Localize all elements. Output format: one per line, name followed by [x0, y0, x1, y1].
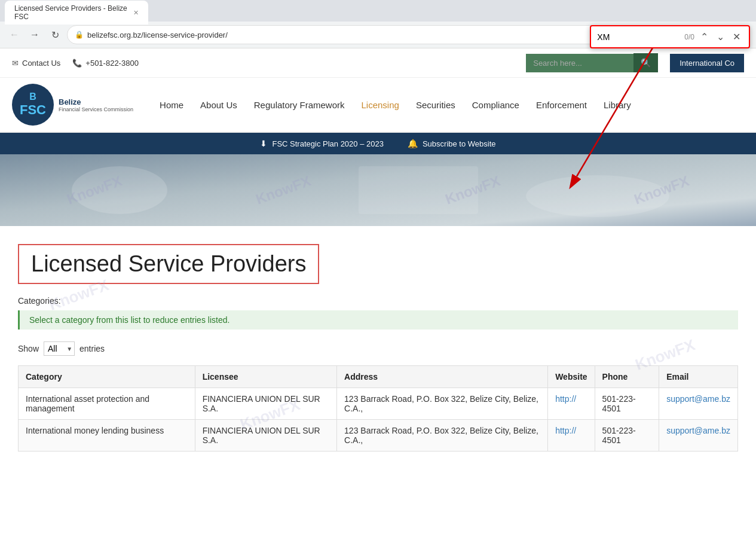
strategic-plan-label: FSC Strategic Plan 2020 – 2023 [272, 139, 383, 148]
envelope-icon: ✉ [12, 59, 19, 68]
nav-home[interactable]: Home [151, 88, 192, 122]
top-bar: ✉ Contact Us 📞 +501-822-3800 🔍 Internati… [0, 48, 756, 78]
show-label: Show [18, 344, 39, 353]
hero-image: KnowFX KnowFX KnowFX KnowFX [0, 154, 756, 226]
tab-title: Licensed Service Providers - Belize FSC [14, 4, 128, 21]
forward-button[interactable]: → [26, 26, 43, 43]
svg-rect-4 [359, 166, 478, 214]
lock-icon: 🔒 [75, 30, 84, 39]
nav-about-us[interactable]: About Us [192, 88, 246, 122]
cell-category: International asset protection and manag… [19, 388, 195, 420]
browser-tab[interactable]: Licensed Service Providers - Belize FSC … [5, 1, 148, 25]
phone-icon: 📞 [72, 59, 82, 68]
entries-select[interactable]: All 10 25 50 100 [44, 341, 75, 356]
categories-hint-text: Select a category from this list to redu… [29, 315, 229, 325]
back-button[interactable]: ← [6, 26, 23, 43]
cell-website[interactable]: http:// [548, 388, 595, 420]
svg-point-3 [72, 166, 167, 214]
cell-licensee: FINANCIERA UNION DEL SUR S.A. [195, 388, 336, 420]
col-header-email: Email [659, 366, 738, 388]
cell-email[interactable]: support@ame.bz [659, 388, 738, 420]
find-bar: XM 0/0 ⌃ ⌄ ✕ [590, 25, 750, 48]
col-header-address: Address [337, 366, 548, 388]
col-header-phone: Phone [595, 366, 659, 388]
nav-enforcement[interactable]: Enforcement [528, 88, 595, 122]
col-header-website: Website [548, 366, 595, 388]
logo[interactable]: B FSC Belize Financial Services Commissi… [12, 78, 133, 132]
subscribe-label: Subscribe to Website [423, 139, 496, 148]
categories-label: Categories: [18, 296, 738, 306]
col-header-licensee: Licensee [195, 366, 336, 388]
cell-phone: 501-223-4501 [595, 420, 659, 451]
find-input[interactable]: XM [597, 32, 681, 42]
categories-hint: Select a category from this list to redu… [18, 310, 738, 330]
international-button[interactable]: International Co [670, 54, 744, 72]
strategic-plan-link[interactable]: ⬇ FSC Strategic Plan 2020 – 2023 [260, 139, 383, 148]
nav-regulatory[interactable]: Regulatory Framework [246, 88, 353, 122]
tab-close-icon[interactable]: ✕ [133, 9, 139, 17]
service-providers-table: Category Licensee Address Website Phone … [18, 365, 738, 451]
table-row: International asset protection and manag… [19, 388, 738, 420]
main-nav: B FSC Belize Financial Services Commissi… [0, 78, 756, 133]
page-title: Licensed Service Providers [31, 251, 306, 277]
search-button[interactable]: 🔍 [633, 53, 658, 72]
cell-address: 123 Barrack Road, P.O. Box 322, Belize C… [337, 388, 548, 420]
cell-website[interactable]: http:// [548, 420, 595, 451]
announcement-banner: ⬇ FSC Strategic Plan 2020 – 2023 🔔 Subsc… [0, 133, 756, 154]
cell-email-link[interactable]: support@ame.bz [666, 394, 730, 404]
entries-label: entries [79, 344, 105, 353]
cell-phone: 501-223-4501 [595, 388, 659, 420]
show-row: Show All 10 25 50 100 entries [18, 341, 738, 356]
nav-compliance[interactable]: Compliance [464, 88, 528, 122]
address-bar[interactable]: 🔒 belizefsc.org.bz/license-service-provi… [67, 25, 653, 44]
main-content: KnowFX KnowFX KnowFX KnowFX KnowFX Licen… [0, 226, 756, 451]
logo-brand-top: Belize [59, 97, 133, 106]
search-container: 🔍 [526, 53, 658, 72]
nav-library[interactable]: Library [595, 88, 639, 122]
nav-licensing[interactable]: Licensing [353, 88, 407, 122]
cell-address: 123 Barrack Road, P.O. Box 322, Belize C… [337, 420, 548, 451]
cell-licensee: FINANCIERA UNION DEL SUR S.A. [195, 420, 336, 451]
logo-brand-bottom: Financial Services Commission [59, 106, 133, 112]
cell-website-link[interactable]: http:// [555, 394, 576, 404]
col-header-category: Category [19, 366, 195, 388]
cell-email-link[interactable]: support@ame.bz [666, 426, 730, 435]
hero-svg [0, 154, 756, 226]
nav-items: Home About Us Regulatory Framework Licen… [151, 88, 639, 122]
table-row: International money lending businessFINA… [19, 420, 738, 451]
find-close-button[interactable]: ✕ [730, 30, 743, 44]
cell-category: International money lending business [19, 420, 195, 451]
svg-point-5 [526, 175, 669, 217]
phone-number: +501-822-3800 [85, 59, 139, 68]
search-input[interactable] [526, 54, 633, 72]
phone-link[interactable]: 📞 +501-822-3800 [72, 59, 139, 68]
download-icon: ⬇ [260, 139, 267, 148]
nav-securities[interactable]: Securities [408, 88, 464, 122]
url-text: belizefsc.org.bz/license-service-provide… [87, 30, 228, 39]
cell-email[interactable]: support@ame.bz [659, 420, 738, 451]
find-prev-button[interactable]: ⌃ [698, 30, 711, 44]
contact-us-label: Contact Us [22, 59, 60, 68]
find-count: 0/0 [684, 33, 694, 41]
logo-circle: B FSC [12, 84, 54, 126]
bell-icon: 🔔 [408, 139, 418, 148]
find-next-button[interactable]: ⌄ [714, 30, 727, 44]
show-select-wrapper: All 10 25 50 100 [44, 341, 75, 356]
cell-website-link[interactable]: http:// [555, 426, 576, 435]
subscribe-link[interactable]: 🔔 Subscribe to Website [408, 139, 496, 148]
reload-button[interactable]: ↻ [47, 26, 63, 43]
contact-us-link[interactable]: ✉ Contact Us [12, 59, 60, 68]
page-title-box: Licensed Service Providers [18, 244, 319, 284]
